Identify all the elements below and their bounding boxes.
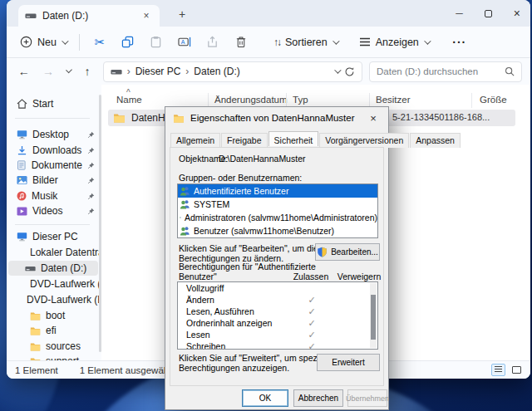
copy-button[interactable] [115,31,141,54]
edit-button[interactable]: Bearbeiten... [315,243,380,261]
permissions-listbox[interactable]: Vollzugriff Ändern ✓ Lesen, Ausführen ✓ … [177,281,378,350]
breadcrumb-current[interactable]: Daten (D:) [194,66,239,77]
sidebar-label: Downloads [32,144,81,156]
sidebar-label: Bilder [32,174,58,186]
group-row-benutzer[interactable]: Benutzer (salvmw11home\Benutzer) [178,224,377,237]
group-row-authentifizierte-benutzer[interactable]: Authentifizierte Benutzer [178,184,377,198]
dialog-title-bar[interactable]: Eigenschaften von DatenHannaMuster × [165,107,388,129]
search-input[interactable] [377,66,505,76]
pin-icon [87,147,95,154]
recent-locations-button[interactable] [66,67,72,74]
permission-allow-mark: ✓ [291,341,332,350]
new-button[interactable]: Neu [13,31,73,54]
permission-row-ordnerinhalt[interactable]: Ordnerinhalt anzeigen ✓ [178,317,377,329]
column-header-name[interactable]: Name [116,95,142,105]
sidebar-label: Dieser PC [32,231,78,242]
groups-label: Gruppen- oder Benutzernamen: [179,173,302,183]
breadcrumb[interactable]: › Dieser PC › Daten (D:) [103,61,362,82]
breadcrumb-separator: › [185,66,189,77]
sidebar-item-bilder[interactable]: Bilder [8,173,98,188]
tab-sicherheit[interactable]: Sicherheit [268,131,319,146]
paste-button[interactable] [143,31,170,54]
permission-row-schreiben[interactable]: Schreiben ✓ [178,340,377,350]
selected-count: 1 Element ausgewählt [80,365,174,375]
group-icon [180,213,181,223]
sidebar-item-dokumente[interactable]: Dokumente [8,158,98,173]
sidebar-item-daten-d[interactable]: Daten (D:) [8,261,98,276]
details-view-button[interactable] [491,364,505,376]
tab-vorgaengerversionen[interactable]: Vorgängerversionen [319,133,409,148]
tab-anpassen[interactable]: Anpassen [410,133,461,148]
sidebar-item-musik[interactable]: Musik [8,188,98,203]
delete-button[interactable] [228,31,254,54]
column-header-typ[interactable]: Typ [293,95,308,105]
rename-button[interactable]: A [171,31,198,54]
sidebar-item-dieser-pc[interactable]: Dieser PC [8,229,98,244]
permission-row-aendern[interactable]: Ändern ✓ [178,294,377,306]
breadcrumb-this-pc[interactable]: Dieser PC [135,66,181,77]
sidebar-item-videos[interactable]: Videos [8,203,98,218]
forward-button[interactable]: → [39,65,57,78]
sidebar-label: sources [46,340,81,352]
column-header-besitzer[interactable]: Besitzer [376,95,411,105]
permission-row-lesen[interactable]: Lesen ✓ [178,329,377,340]
thumbnail-view-button[interactable] [510,364,524,376]
share-icon [206,36,219,48]
navigation-pane: Start Desktop Downloads Dokumente [7,85,101,360]
tab-allgemein[interactable]: Allgemein [170,133,220,148]
column-header-groesse[interactable]: Größe [480,95,507,105]
permission-row-lesen-ausfuehren[interactable]: Lesen, Ausführen ✓ [178,306,377,317]
dialog-title: Eigenschaften von DatenHannaMuster [190,113,355,123]
chevron-down-icon [332,37,339,44]
back-button[interactable]: ← [15,65,32,78]
new-tab-button[interactable]: + [173,5,191,23]
ok-button[interactable]: OK [242,389,288,407]
sidebar-item-efi[interactable]: efi [8,323,98,338]
more-options-button[interactable]: ··· [446,31,473,54]
properties-dialog: Eigenschaften von DatenHannaMuster × All… [165,106,389,410]
groups-listbox[interactable]: Authentifizierte Benutzer SYSTEM Adminis… [177,183,378,238]
sidebar-item-sources[interactable]: sources [8,339,98,354]
sidebar-label: Desktop [32,129,69,140]
drive-icon [25,12,37,20]
view-button[interactable]: Anzeigen [352,31,436,54]
cut-button[interactable]: ✂ [86,31,113,54]
permissions-scrollbar[interactable] [370,283,377,348]
refresh-icon[interactable] [344,66,355,77]
dialog-close-icon[interactable]: × [366,112,381,125]
sidebar-item-support[interactable]: support [8,354,98,360]
tab-daten-d[interactable]: Daten (D:) × [18,5,160,27]
scrollbar-thumb[interactable] [371,295,376,340]
cancel-button[interactable]: Abbrechen [293,389,343,407]
pin-icon [87,193,95,200]
minimize-button[interactable]: ─ [456,7,463,19]
advanced-button[interactable]: Erweitert [317,354,380,371]
file-owner-sid: 5-21-1334501186-168... [392,112,490,122]
maximize-button[interactable] [485,10,492,17]
sidebar-item-downloads[interactable]: Downloads [8,143,98,158]
up-button[interactable]: ↑ [78,65,96,78]
permission-allow-mark: ✓ [291,306,332,317]
sidebar-item-dvd-laufwerk-d[interactable]: DVD-Laufwerk ( [8,276,98,291]
sidebar-item-start[interactable]: Start [8,96,98,111]
close-button[interactable]: × [514,7,520,20]
permission-allow-mark: ✓ [291,295,332,306]
sidebar-item-lokaler-datentraeger[interactable]: Lokaler Datenträ [8,245,98,260]
toolbar-separator [79,34,80,51]
search-box[interactable] [369,61,522,82]
column-header-aenderungsdatum[interactable]: Änderungsdatum [214,95,288,105]
group-row-administratoren[interactable]: Administratoren (salvmw11home\Administra… [178,211,377,224]
tab-freigabe[interactable]: Freigabe [221,133,267,148]
tab-close-icon[interactable]: × [140,10,153,22]
permission-row-vollzugriff[interactable]: Vollzugriff [178,282,377,294]
group-row-system[interactable]: SYSTEM [178,198,377,211]
apply-button[interactable]: Übernehmen [347,389,387,407]
ellipsis-icon: ··· [452,36,466,49]
sidebar-item-dvd-laufwerk-e[interactable]: DVD-Laufwerk (E: [8,292,98,307]
sidebar-item-boot[interactable]: boot [8,308,98,323]
sidebar-item-desktop[interactable]: Desktop [8,127,98,142]
sort-button[interactable]: ↑↓ Sortieren [267,31,344,54]
column-separator[interactable] [471,93,472,108]
address-dropdown-icon[interactable] [334,66,341,73]
share-button[interactable] [200,31,226,54]
